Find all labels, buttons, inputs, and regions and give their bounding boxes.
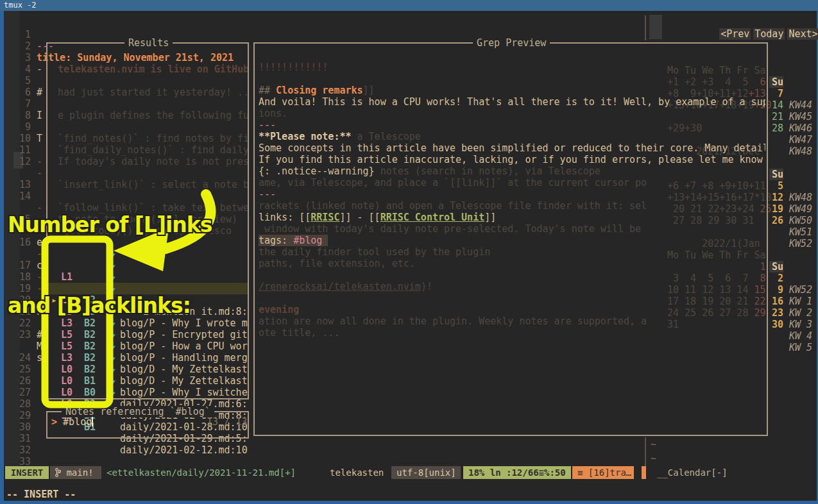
buffer-text: I <box>37 110 42 121</box>
git-branch-label: main! <box>66 467 93 478</box>
calendar-week-label: KW47 <box>789 134 812 146</box>
annotation-line-1: Number of [L]inks <box>8 212 212 239</box>
calendar-sunday-cell[interactable]: 30 <box>769 319 783 330</box>
calendar-week-label: KW46 <box>789 122 812 134</box>
buffer-line-gutter: 30 <box>0 410 35 421</box>
preview-line: !!!!!!!!!!!! <box>259 62 328 73</box>
calendar-week-label: KW48 <box>789 192 812 203</box>
mode-message: -- INSERT -- <box>6 489 76 500</box>
calendar-week-label: KW49 <box>789 203 812 215</box>
window-separator-bottom <box>645 437 646 466</box>
calendar-prev-button[interactable]: <Prev <box>719 28 751 40</box>
terminal-screen: tmux -2 1 --- 2 title: Sunday, November … <box>0 0 818 504</box>
git-branch-segment: main! <box>50 466 101 479</box>
preview-line: ame, via Telescope, and place a `[[link]… <box>259 177 647 189</box>
buffer-line-gutter: 27 <box>0 375 35 387</box>
results-pane-title: Results <box>124 37 173 49</box>
preview-line: If you find this article inaccurate, lac… <box>259 154 763 165</box>
buffer-text: - <box>37 63 42 75</box>
calendar-sunday-cell[interactable]: Su <box>769 261 783 273</box>
preview-line: links: [[RRISC]] - [[RRISC Control Unit]… <box>259 212 496 223</box>
buffer-line-gutter: 29 <box>0 398 35 410</box>
prompt-box: Notes referencing `#blog` > #blog 13 / 1… <box>46 411 249 439</box>
calendar-week-label: KW48 <box>789 146 812 157</box>
calendar-week-label: KW 3 <box>789 319 812 330</box>
preview-line: **Please note:** a Telescope <box>259 131 421 142</box>
calendar-row: Mo Tu We Th Fr Sa Su <box>0 53 35 65</box>
calendar-week-label: KW 2 <box>789 307 812 319</box>
calendar-row: 28 KW47 <box>0 99 35 111</box>
prompt-counter: 13 / 13 <box>207 416 247 428</box>
calendar-sunday-cell[interactable]: 9 <box>769 284 783 296</box>
position-segment: 18% ln :12/66≡%:50 <box>463 466 571 479</box>
calendar-sunday-cell[interactable]: 21 <box>769 111 783 122</box>
calendar-week-label: KW 5 <box>789 342 812 353</box>
preview-line: {: .notice--warning} notes (search in no… <box>259 165 601 177</box>
calendar-week-label: KW52 <box>789 238 812 249</box>
preview-line: And voila! This is how a CPU works! That… <box>259 96 765 108</box>
buffer-line-gutter: 33 <box>0 444 35 456</box>
calendar-sunday-cell[interactable]: 28 <box>769 122 783 134</box>
preview-line: rackets (linked note) and open a Telesco… <box>259 200 647 212</box>
calendar-week-label: KW50 <box>789 215 812 226</box>
plugin-name-segment: telekasten <box>330 466 384 479</box>
result-text: daily/2021-02-12.md:10 <box>120 444 248 456</box>
calendar-sunday-cell[interactable]: 2 <box>769 273 783 284</box>
preview-line: ## Closing remarks]] <box>259 85 375 96</box>
down-arrow-icon <box>107 388 115 400</box>
result-row[interactable]: L0 B2 daily/2021-01-29.md:5: <box>47 375 248 387</box>
calendar-today-button[interactable]: Today <box>753 28 785 40</box>
result-row[interactable]: L2 B1 daily/2021-02-12.md:10 <box>47 387 248 398</box>
buffer-line-gutter: 3 - <box>0 40 35 52</box>
prompt-query: #blog <box>63 416 92 428</box>
preview-line: /renerocksai/telekasten.nvim)! <box>259 281 432 292</box>
window-separator-top <box>645 15 646 40</box>
frame-bottom <box>0 501 818 504</box>
calendar-sunday-cell[interactable]: 7 <box>769 88 783 99</box>
preview-line: tags: #blog <box>259 235 328 246</box>
prompt-input[interactable]: > #blog <box>51 416 93 428</box>
mode-indicator: INSERT <box>5 466 49 479</box>
calendar-next-button[interactable]: Next> <box>787 28 818 40</box>
calendar-statusline-cap <box>642 466 646 479</box>
buffer-text: # <box>37 87 42 98</box>
preview-line: window with today's daily note pre-selec… <box>259 223 641 235</box>
calendar-row: +15+16+17+18+19+20 21 KW46 <box>0 88 35 99</box>
buffer-line-gutter: 28 <box>0 387 35 398</box>
buffer-line-gutter: 31 <box>0 421 35 433</box>
calendar-row: 2021/12(Dec <box>0 134 35 146</box>
calendar-week-label: KW51 <box>789 226 812 238</box>
preview-line: --- <box>259 189 276 200</box>
preview-line: --- <box>259 119 276 131</box>
calendar-sunday-cell[interactable]: 23 <box>769 307 783 319</box>
filename-segment: <ettelkasten/daily/2021-11-21.md[+] <box>107 466 296 479</box>
calendar-week-label: KW 4 <box>789 330 812 342</box>
empty-line-tilde: ~ <box>651 453 656 464</box>
preview-line: evening <box>259 304 299 315</box>
window-title: tmux -2 <box>4 1 37 10</box>
calendar-sunday-cell[interactable]: 16 <box>769 296 783 307</box>
buffer-line-gutter: 2 title: Sunday, November 21st, 2021 <box>0 29 35 40</box>
encoding-segment: utf-8[unix] <box>391 466 461 479</box>
annotation-line-2: and [B]acklinks: <box>8 292 212 319</box>
preview-line: Some concepts in this article have been … <box>259 142 765 154</box>
preview-line: paths, file extension, etc. <box>259 258 415 269</box>
preview-line: ation are now all done in the plugin. We… <box>259 315 647 327</box>
preview-line: ions. <box>259 108 287 119</box>
calendar-week-label: KW45 <box>789 111 812 122</box>
preview-line: the daily finder tool used by the plugin <box>259 246 490 258</box>
calendar-sunday-cell[interactable]: 5 <box>769 180 783 192</box>
calendar-sunday-cell[interactable]: 26 <box>769 215 783 226</box>
buffer-line-gutter: 32 <box>0 433 35 444</box>
calendar-week-label: KW52 <box>789 284 812 296</box>
empty-line-tilde: ~ <box>651 439 656 450</box>
calendar-sunday-cell[interactable]: Su <box>769 169 783 180</box>
text-cursor <box>92 417 93 426</box>
buffer-text: T <box>37 133 42 144</box>
calendar-week-label: KW 1 <box>789 296 812 307</box>
calendar-row: Su <box>0 146 35 157</box>
calendar-sunday-cell[interactable]: Su <box>769 76 783 88</box>
buffer-line-gutter: 1 --- <box>0 17 35 29</box>
prompt-caret: > <box>51 416 57 428</box>
annotation-text: Number of [L]inks and [B]acklinks: <box>8 158 212 373</box>
